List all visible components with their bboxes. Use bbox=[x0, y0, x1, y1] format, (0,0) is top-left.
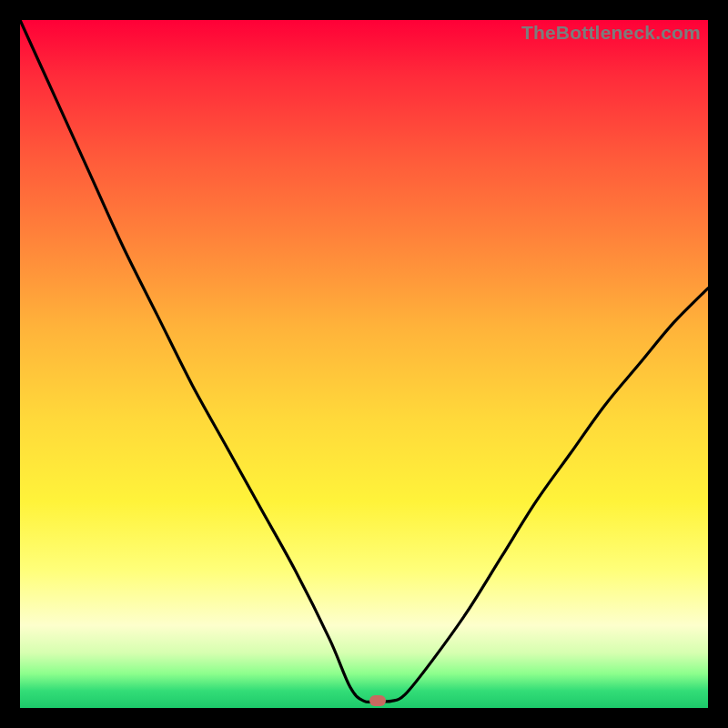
bottleneck-curve bbox=[20, 20, 708, 708]
optimal-point-marker bbox=[369, 695, 386, 706]
plot-area: TheBottleneck.com bbox=[20, 20, 708, 708]
chart-frame: TheBottleneck.com bbox=[0, 0, 728, 728]
curve-path bbox=[20, 20, 708, 703]
